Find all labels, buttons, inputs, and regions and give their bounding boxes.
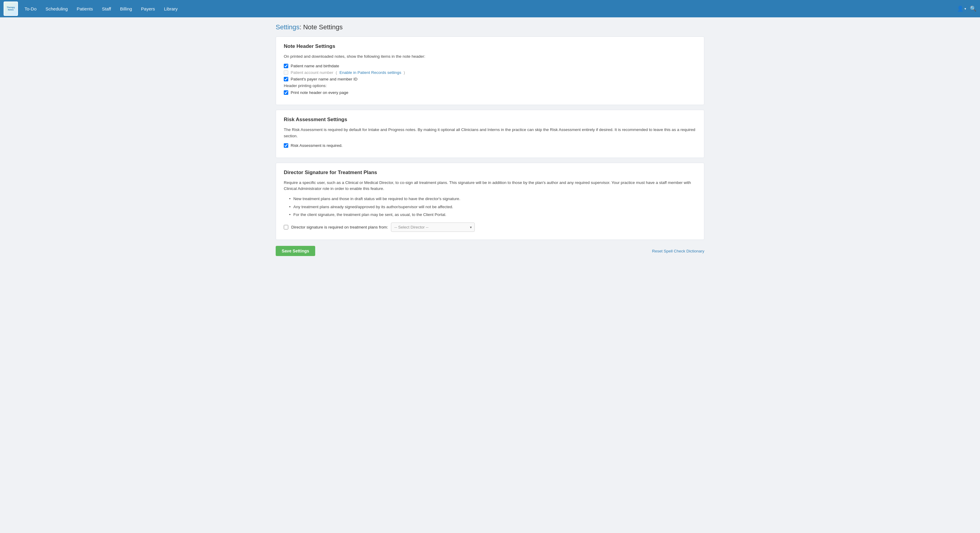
note-header-description: On printed and downloaded notes, show th…	[284, 54, 696, 60]
search-icon[interactable]: 🔍	[970, 5, 977, 12]
reset-spell-check-button[interactable]: Reset Spell Check Dictionary	[652, 249, 704, 253]
link-suffix: )	[404, 70, 405, 75]
director-signature-select-row: Director signature is required on treatm…	[284, 222, 696, 232]
checkbox-row-patient-name: Patient name and birthdate	[284, 64, 696, 68]
footer-actions: Save Settings Reset Spell Check Dictiona…	[276, 246, 704, 256]
checkbox-patient-account-label: Patient account number	[291, 70, 334, 75]
main-nav: Therapy Notes To-Do Scheduling Patients …	[0, 0, 980, 17]
bullet-item-1: New treatment plans and those in draft s…	[289, 196, 696, 202]
director-signature-title: Director Signature for Treatment Plans	[284, 170, 696, 176]
checkbox-patient-name[interactable]	[284, 64, 288, 68]
director-signature-description: Require a specific user, such as a Clini…	[284, 180, 696, 192]
checkbox-payer-name[interactable]	[284, 77, 288, 81]
checkbox-patient-account[interactable]	[284, 70, 288, 75]
checkbox-risk-required-label: Risk Assessment is required.	[291, 143, 342, 148]
header-printing-label: Header printing options:	[284, 84, 696, 88]
checkbox-payer-name-label: Patient's payer name and member ID	[291, 77, 357, 81]
checkbox-print-header-label: Print note header on every page	[291, 90, 348, 95]
page-title: Settings: Note Settings	[276, 23, 704, 31]
nav-item-payers[interactable]: Payers	[137, 4, 159, 14]
risk-assessment-settings-card: Risk Assessment Settings The Risk Assess…	[276, 110, 704, 158]
note-header-title: Note Header Settings	[284, 43, 696, 49]
director-signature-checkbox-label: Director signature is required on treatm…	[291, 225, 388, 229]
nav-items: To-Do Scheduling Patients Staff Billing …	[21, 4, 957, 14]
bullet-item-2: Any treatment plans already signed/appro…	[289, 204, 696, 210]
checkbox-row-payer-name: Patient's payer name and member ID	[284, 77, 696, 81]
note-header-settings-card: Note Header Settings On printed and down…	[276, 36, 704, 105]
chevron-down-icon: ▾	[964, 7, 966, 11]
checkbox-row-risk-required: Risk Assessment is required.	[284, 143, 696, 148]
nav-item-patients[interactable]: Patients	[72, 4, 97, 14]
page-container: Settings: Note Settings Note Header Sett…	[269, 17, 711, 268]
nav-right: 👤 ▾ 🔍	[957, 5, 977, 12]
checkbox-director-required[interactable]	[284, 225, 288, 229]
nav-item-billing[interactable]: Billing	[116, 4, 136, 14]
settings-breadcrumb-link[interactable]: Settings	[276, 23, 300, 31]
risk-assessment-title: Risk Assessment Settings	[284, 117, 696, 123]
nav-item-staff[interactable]: Staff	[97, 4, 115, 14]
page-title-suffix: : Note Settings	[300, 23, 343, 31]
nav-item-scheduling[interactable]: Scheduling	[41, 4, 72, 14]
app-logo[interactable]: Therapy Notes	[3, 2, 18, 16]
director-select-wrapper: -- Select Director -- ▾	[391, 222, 475, 232]
checkbox-risk-required[interactable]	[284, 143, 288, 148]
nav-item-todo[interactable]: To-Do	[21, 4, 41, 14]
checkbox-patient-name-label: Patient name and birthdate	[291, 64, 339, 68]
enable-patient-records-link[interactable]: Enable in Patient Records settings	[339, 70, 401, 75]
director-select[interactable]: -- Select Director --	[391, 222, 475, 232]
bullet-item-3: For the client signature, the treatment …	[289, 212, 696, 218]
nav-item-library[interactable]: Library	[160, 4, 182, 14]
user-menu-icon[interactable]: 👤 ▾	[957, 5, 966, 12]
user-icon: 👤	[957, 5, 964, 12]
risk-assessment-description: The Risk Assessment is required by defau…	[284, 127, 696, 139]
logo-text-line2: Notes	[8, 9, 13, 11]
checkbox-row-print-header: Print note header on every page	[284, 90, 696, 95]
director-signature-bullets: New treatment plans and those in draft s…	[284, 196, 696, 218]
director-signature-card: Director Signature for Treatment Plans R…	[276, 163, 704, 240]
checkbox-row-patient-account: Patient account number(Enable in Patient…	[284, 70, 696, 75]
checkbox-print-header[interactable]	[284, 90, 288, 95]
save-settings-button[interactable]: Save Settings	[276, 246, 315, 256]
logo-text-line1: Therapy	[6, 6, 15, 9]
